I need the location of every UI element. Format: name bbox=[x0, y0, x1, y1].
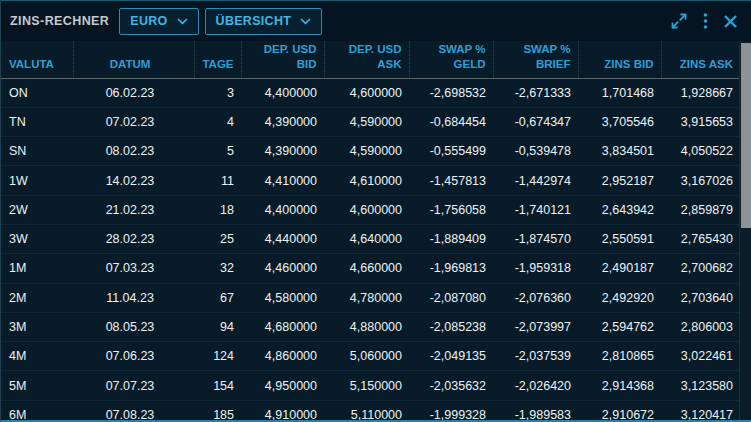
cell-zins_ask: 2,859879 bbox=[661, 195, 740, 224]
zins-rechner-window: ZINS-RECHNER EURO ÜBERSICHT bbox=[0, 0, 751, 422]
cell-swap_geld: -1,969813 bbox=[409, 254, 493, 283]
cell-dep_usd_bid: 4,400000 bbox=[241, 78, 324, 107]
table-row[interactable]: 3W28.02.23254,4400004,640000-1,889409-1,… bbox=[1, 224, 740, 253]
cell-tage: 67 bbox=[194, 283, 241, 312]
rates-table: VALUTA DATUM TAGE DEP. USD BID DEP. USD … bbox=[1, 41, 740, 422]
cell-datum: 08.02.23 bbox=[73, 137, 194, 166]
cell-swap_geld: -0,684454 bbox=[409, 107, 493, 136]
cell-tage: 25 bbox=[194, 224, 241, 253]
cell-swap_geld: -2,698532 bbox=[409, 78, 493, 107]
scrollbar-thumb[interactable] bbox=[741, 43, 751, 228]
cell-zins_bid: 2,914368 bbox=[578, 371, 661, 400]
kebab-menu-icon[interactable] bbox=[703, 12, 708, 30]
column-header-valuta[interactable]: VALUTA bbox=[1, 41, 73, 78]
cell-zins_bid: 3,705546 bbox=[578, 107, 661, 136]
cell-zins_ask: 2,703640 bbox=[661, 283, 740, 312]
column-header-dep-usd-ask[interactable]: DEP. USD ASK bbox=[324, 41, 409, 78]
cell-swap_geld: -1,457813 bbox=[409, 166, 493, 195]
titlebar: ZINS-RECHNER EURO ÜBERSICHT bbox=[1, 1, 751, 41]
chevron-down-icon bbox=[177, 18, 188, 25]
vertical-scrollbar[interactable] bbox=[739, 41, 751, 420]
table-row[interactable]: 1W14.02.23114,4100004,610000-1,457813-1,… bbox=[1, 166, 740, 195]
cell-zins_bid: 1,701468 bbox=[578, 78, 661, 107]
cell-datum: 07.08.23 bbox=[73, 400, 194, 422]
cell-valuta: ON bbox=[1, 78, 73, 107]
table-row[interactable]: SN08.02.2354,3900004,590000-0,555499-0,5… bbox=[1, 137, 740, 166]
view-dropdown-value: ÜBERSICHT bbox=[216, 14, 292, 28]
column-header-zins-bid[interactable]: ZINS BID bbox=[578, 41, 661, 78]
column-header-swap-brief[interactable]: SWAP % BRIEF bbox=[493, 41, 578, 78]
cell-zins_bid: 2,643942 bbox=[578, 195, 661, 224]
cell-zins_ask: 4,050522 bbox=[661, 137, 740, 166]
cell-tage: 124 bbox=[194, 342, 241, 371]
cell-valuta: 3M bbox=[1, 312, 73, 341]
cell-dep_usd_ask: 5,150000 bbox=[324, 371, 409, 400]
cell-dep_usd_ask: 4,660000 bbox=[324, 254, 409, 283]
column-header-swap-geld[interactable]: SWAP % GELD bbox=[409, 41, 493, 78]
cell-swap_brief: -2,026420 bbox=[493, 371, 578, 400]
cell-valuta: 1W bbox=[1, 166, 73, 195]
cell-zins_bid: 2,492920 bbox=[578, 283, 661, 312]
table-row[interactable]: TN07.02.2344,3900004,590000-0,684454-0,6… bbox=[1, 107, 740, 136]
expand-icon[interactable] bbox=[670, 12, 688, 30]
cell-swap_brief: -1,874570 bbox=[493, 224, 578, 253]
cell-tage: 154 bbox=[194, 371, 241, 400]
cell-swap_geld: -0,555499 bbox=[409, 137, 493, 166]
cell-swap_geld: -2,035632 bbox=[409, 371, 493, 400]
cell-zins_bid: 2,594762 bbox=[578, 312, 661, 341]
table-row[interactable]: 2W21.02.23184,4000004,600000-1,756058-1,… bbox=[1, 195, 740, 224]
cell-zins_bid: 2,550591 bbox=[578, 224, 661, 253]
cell-valuta: 2M bbox=[1, 283, 73, 312]
cell-datum: 07.03.23 bbox=[73, 254, 194, 283]
cell-tage: 4 bbox=[194, 107, 241, 136]
currency-dropdown-value: EURO bbox=[130, 14, 167, 28]
cell-dep_usd_ask: 4,640000 bbox=[324, 224, 409, 253]
cell-tage: 11 bbox=[194, 166, 241, 195]
table-row[interactable]: 2M11.04.23674,5800004,780000-2,087080-2,… bbox=[1, 283, 740, 312]
cell-tage: 32 bbox=[194, 254, 241, 283]
column-header-dep-usd-bid[interactable]: DEP. USD BID bbox=[241, 41, 324, 78]
column-header-datum[interactable]: DATUM bbox=[73, 41, 194, 78]
table-row[interactable]: 4M07.06.231244,8600005,060000-2,049135-2… bbox=[1, 342, 740, 371]
cell-dep_usd_ask: 4,610000 bbox=[324, 166, 409, 195]
cell-dep_usd_bid: 4,460000 bbox=[241, 254, 324, 283]
table-row[interactable]: 1M07.03.23324,4600004,660000-1,969813-1,… bbox=[1, 254, 740, 283]
table-row[interactable]: 3M08.05.23944,6800004,880000-2,085238-2,… bbox=[1, 312, 740, 341]
cell-datum: 08.05.23 bbox=[73, 312, 194, 341]
cell-swap_brief: -2,073997 bbox=[493, 312, 578, 341]
cell-tage: 5 bbox=[194, 137, 241, 166]
cell-tage: 3 bbox=[194, 78, 241, 107]
cell-tage: 94 bbox=[194, 312, 241, 341]
cell-valuta: 4M bbox=[1, 342, 73, 371]
cell-datum: 07.02.23 bbox=[73, 107, 194, 136]
table-row[interactable]: 6M07.08.231854,9100005,110000-1,999328-1… bbox=[1, 400, 740, 422]
cell-datum: 11.04.23 bbox=[73, 283, 194, 312]
cell-zins_ask: 3,123580 bbox=[661, 371, 740, 400]
cell-zins_ask: 3,915653 bbox=[661, 107, 740, 136]
cell-zins_bid: 2,952187 bbox=[578, 166, 661, 195]
cell-swap_brief: -2,671333 bbox=[493, 78, 578, 107]
currency-dropdown[interactable]: EURO bbox=[119, 8, 198, 35]
cell-swap_geld: -1,999328 bbox=[409, 400, 493, 422]
view-dropdown[interactable]: ÜBERSICHT bbox=[205, 8, 323, 35]
cell-zins_ask: 3,022461 bbox=[661, 342, 740, 371]
cell-swap_geld: -1,756058 bbox=[409, 195, 493, 224]
cell-datum: 06.02.23 bbox=[73, 78, 194, 107]
column-header-zins-ask[interactable]: ZINS ASK bbox=[661, 41, 740, 78]
table-row[interactable]: 5M07.07.231544,9500005,150000-2,035632-2… bbox=[1, 371, 740, 400]
cell-dep_usd_bid: 4,950000 bbox=[241, 371, 324, 400]
cell-dep_usd_ask: 4,590000 bbox=[324, 107, 409, 136]
cell-dep_usd_ask: 4,590000 bbox=[324, 137, 409, 166]
column-header-tage[interactable]: TAGE bbox=[194, 41, 241, 78]
close-icon[interactable] bbox=[723, 14, 738, 29]
cell-zins_bid: 3,834501 bbox=[578, 137, 661, 166]
cell-datum: 28.02.23 bbox=[73, 224, 194, 253]
cell-zins_ask: 3,120417 bbox=[661, 400, 740, 422]
cell-swap_brief: -1,740121 bbox=[493, 195, 578, 224]
cell-dep_usd_bid: 4,680000 bbox=[241, 312, 324, 341]
cell-dep_usd_ask: 4,780000 bbox=[324, 283, 409, 312]
cell-swap_geld: -1,889409 bbox=[409, 224, 493, 253]
table-row[interactable]: ON06.02.2334,4000004,600000-2,698532-2,6… bbox=[1, 78, 740, 107]
cell-valuta: 2W bbox=[1, 195, 73, 224]
cell-dep_usd_ask: 4,600000 bbox=[324, 195, 409, 224]
